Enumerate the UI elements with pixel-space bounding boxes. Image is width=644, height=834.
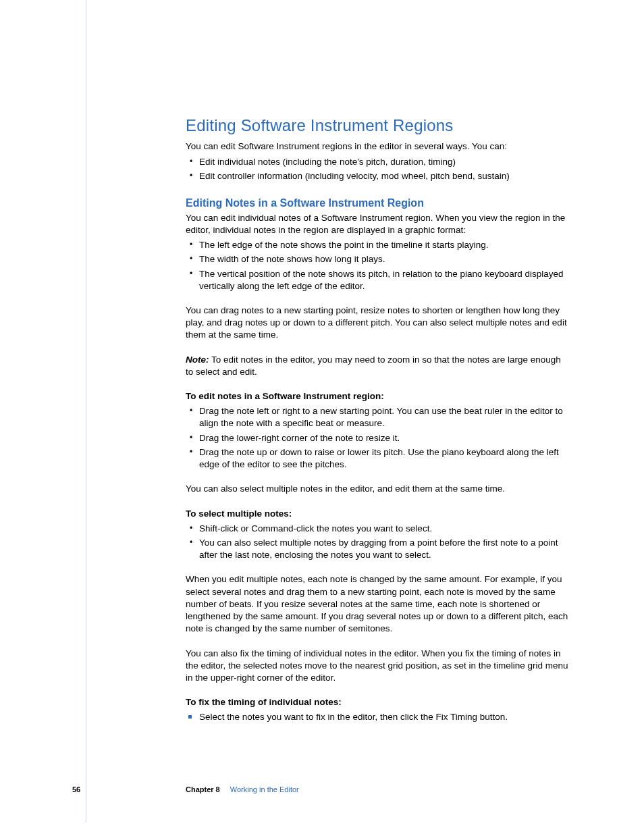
note-paragraph: Note: To edit notes in the editor, you m… — [186, 354, 570, 378]
paragraph: You can also select multiple notes in th… — [186, 483, 570, 495]
fix-timing-list: Select the notes you want to fix in the … — [186, 711, 570, 723]
list-item: Shift-click or Command-click the notes y… — [186, 523, 570, 535]
task-title: To select multiple notes: — [186, 508, 570, 520]
edit-notes-list: Drag the note left or right to a new sta… — [186, 405, 570, 471]
chapter-block: Chapter 8 Working in the Editor — [186, 785, 299, 793]
section-heading: Editing Software Instrument Regions — [186, 115, 570, 136]
task-title: To fix the timing of individual notes: — [186, 696, 570, 708]
paragraph: You can also fix the timing of individua… — [186, 648, 570, 685]
list-item: Edit individual notes (including the not… — [186, 156, 570, 168]
list-item: Edit controller information (including v… — [186, 170, 570, 182]
chapter-label: Chapter 8 — [186, 785, 220, 793]
note-text: To edit notes in the editor, you may nee… — [186, 355, 561, 377]
graphic-format-list: The left edge of the note shows the poin… — [186, 239, 570, 292]
list-item: Drag the note up or down to raise or low… — [186, 446, 570, 471]
list-item: The left edge of the note shows the poin… — [186, 239, 570, 251]
paragraph: You can drag notes to a new starting poi… — [186, 305, 570, 342]
page-footer: 56 Chapter 8 Working in the Editor — [72, 785, 572, 793]
note-label: Note: — [186, 355, 209, 365]
margin-rule — [86, 0, 86, 823]
list-item: Drag the lower-right corner of the note … — [186, 432, 570, 444]
list-item: The width of the note shows how long it … — [186, 253, 570, 265]
intro-list: Edit individual notes (including the not… — [186, 156, 570, 182]
subsection-heading: Editing Notes in a Software Instrument R… — [186, 196, 570, 211]
list-item: Select the notes you want to fix in the … — [186, 711, 570, 723]
list-item: The vertical position of the note shows … — [186, 268, 570, 292]
list-item: Drag the note left or right to a new sta… — [186, 405, 570, 429]
list-item: You can also select multiple notes by dr… — [186, 537, 570, 561]
select-multiple-list: Shift-click or Command-click the notes y… — [186, 523, 570, 562]
task-title: To edit notes in a Software Instrument r… — [186, 390, 570, 402]
paragraph: When you edit multiple notes, each note … — [186, 573, 570, 635]
intro-paragraph: You can edit Software Instrument regions… — [186, 140, 570, 153]
page-number: 56 — [72, 785, 80, 793]
sub-intro-paragraph: You can edit individual notes of a Softw… — [186, 212, 570, 236]
chapter-title: Working in the Editor — [230, 785, 299, 793]
page: Editing Software Instrument Regions You … — [0, 0, 644, 834]
body-content: Editing Software Instrument Regions You … — [186, 115, 570, 726]
